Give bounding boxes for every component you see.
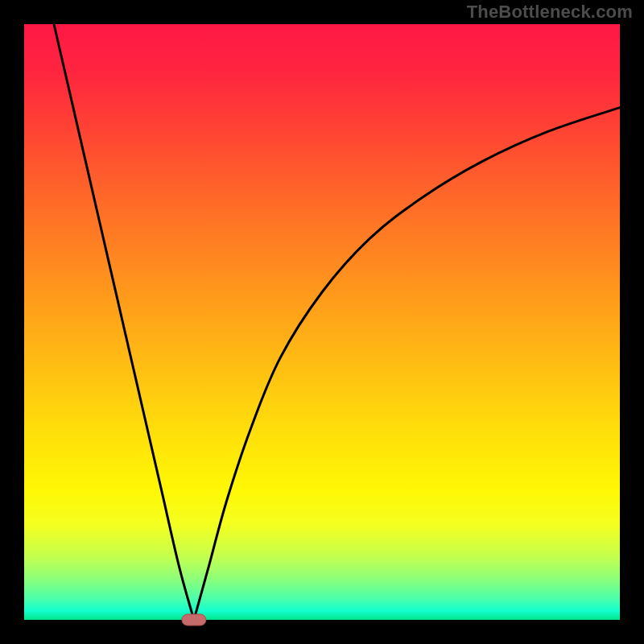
chart-frame: TheBottleneck.com — [0, 0, 644, 644]
plot-background — [24, 24, 620, 620]
bottleneck-chart — [0, 0, 644, 644]
watermark-text: TheBottleneck.com — [467, 2, 633, 23]
minimum-marker — [182, 614, 206, 625]
